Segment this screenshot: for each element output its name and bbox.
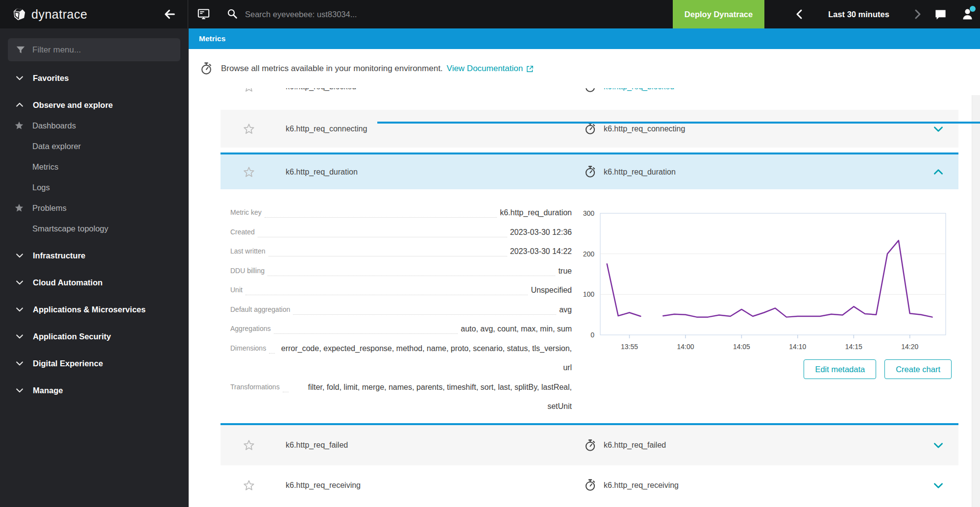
metadata-row: Transformations filter, fold, limit, mer… — [230, 378, 572, 416]
time-forward-button[interactable] — [911, 8, 923, 20]
chevron-down-icon — [15, 73, 24, 83]
filter-menu-input[interactable] — [32, 45, 170, 55]
metric-row[interactable]: k6.http_req_blocked k6.http_req_blocked — [220, 88, 958, 93]
metadata-row: Dimensions error_code, expected_response… — [230, 339, 572, 378]
sidebar-section-applications-microservices[interactable]: Applications & Microservices — [0, 299, 189, 320]
chevron-down-icon — [15, 304, 24, 314]
stopwatch-icon — [584, 122, 597, 135]
edit-metadata-button[interactable]: Edit metadata — [804, 359, 876, 379]
sidebar-section-favorites[interactable]: Favorites — [0, 68, 189, 88]
environment-button[interactable] — [197, 7, 210, 21]
star-outline-icon[interactable] — [243, 88, 255, 93]
star-outline-icon[interactable] — [243, 123, 255, 135]
search-input[interactable]: Search eyeveebee: ust83034... — [245, 0, 357, 28]
star-outline-icon[interactable] — [243, 479, 255, 492]
sidebar-section-manage[interactable]: Manage — [0, 380, 189, 401]
metadata-row: Default aggregation avg — [230, 300, 572, 320]
timeframe-selector[interactable]: Last 30 minutes — [813, 0, 904, 28]
sidebar-section-application-security[interactable]: Application Security — [0, 326, 189, 347]
svg-text:14:10: 14:10 — [789, 343, 806, 351]
chevron-down-icon — [15, 331, 24, 341]
svg-text:14:05: 14:05 — [733, 343, 750, 351]
metric-list: k6.http_req_blocked k6.http_req_blocked — [189, 88, 980, 93]
svg-text:300: 300 — [583, 209, 595, 217]
stopwatch-icon — [584, 165, 597, 178]
metric-key: k6.http_req_blocked — [286, 88, 584, 91]
metric-row-failed[interactable]: k6.http_req_failed k6.http_req_failed — [220, 425, 958, 465]
section-label: Favorites — [33, 74, 69, 83]
metadata-label: Created — [230, 223, 255, 242]
chevron-up-icon[interactable] — [932, 166, 945, 178]
topbar: dynatrace Search eyeveebee: ust83034... … — [0, 0, 980, 28]
vertical-scrollbar[interactable] — [972, 95, 980, 507]
sidebar-item-smartscape-topology[interactable]: Smartscape topology — [0, 218, 189, 239]
brand-name: dynatrace — [31, 7, 87, 22]
chevron-left-icon — [794, 8, 806, 20]
collapse-sidebar-button[interactable] — [163, 7, 176, 21]
metric-chart-svg: 010020030013:5514:0014:0514:1014:1514:20 — [581, 209, 953, 355]
metadata-row: Unit Unspecified — [230, 280, 572, 300]
sidebar-section-digital-experience[interactable]: Digital Experience — [0, 353, 189, 374]
sidebar-section-infrastructure[interactable]: Infrastructure — [0, 245, 189, 266]
svg-text:13:55: 13:55 — [621, 343, 638, 351]
time-back-button[interactable] — [794, 8, 806, 20]
metric-chart: 010020030013:5514:0014:0514:1014:1514:20 — [581, 209, 953, 355]
sidebar-section-cloud-automation[interactable]: Cloud Automation — [0, 272, 189, 293]
page-title: Metrics — [199, 34, 225, 43]
notification-dot — [970, 6, 976, 12]
sidebar-filter-box[interactable] — [8, 38, 180, 61]
chat-button[interactable] — [934, 8, 947, 21]
metric-detail-panel: Metric key k6.http_req_duration Created … — [220, 189, 958, 423]
metadata-value: true — [558, 261, 572, 281]
metric-row-receiving[interactable]: k6.http_req_receiving k6.http_req_receiv… — [220, 465, 958, 505]
metric-display-name: k6.http_req_connecting — [604, 125, 932, 133]
section-label: Manage — [33, 386, 63, 395]
sidebar: Favorites Observe and explore Dashboards… — [0, 28, 189, 507]
sidebar-item-data-explorer[interactable]: Data explorer — [0, 136, 189, 156]
sidebar-item-problems[interactable]: Problems — [0, 198, 189, 218]
sidebar-item-label: Metrics — [32, 162, 58, 172]
sidebar-item-logs[interactable]: Logs — [0, 177, 189, 198]
dotted-leader — [245, 295, 528, 295]
dynatrace-cube-icon — [12, 7, 27, 22]
dotted-leader — [269, 256, 507, 256]
dotted-leader — [265, 217, 497, 218]
stopwatch-icon — [584, 479, 597, 492]
star-outline-icon[interactable] — [243, 439, 255, 452]
user-menu-button[interactable] — [960, 7, 975, 23]
dynatrace-logo[interactable]: dynatrace — [12, 0, 87, 28]
create-chart-button[interactable]: Create chart — [884, 359, 952, 379]
metadata-label: Dimensions — [230, 339, 266, 358]
search-button[interactable] — [226, 8, 238, 20]
page-title-bar: Metrics — [189, 28, 980, 49]
funnel-icon — [15, 45, 26, 55]
app-window: dynatrace Search eyeveebee: ust83034... … — [0, 0, 980, 507]
topbar-divider — [188, 0, 188, 28]
list-top-divider — [377, 122, 980, 124]
sidebar-item-label: Smartscape topology — [32, 224, 108, 233]
chevron-down-icon[interactable] — [932, 123, 945, 135]
sidebar-section-observe-and-explore[interactable]: Observe and explore — [0, 95, 189, 115]
metadata-value: filter, fold, limit, merge, names, paren… — [292, 378, 572, 416]
star-outline-icon[interactable] — [243, 166, 255, 178]
sidebar-item-metrics[interactable]: Metrics — [0, 156, 189, 177]
deploy-dynatrace-button[interactable]: Deploy Dynatrace — [673, 0, 764, 28]
chevron-down-icon[interactable] — [932, 479, 945, 492]
stopwatch-icon — [584, 88, 597, 93]
sidebar-item-dashboards[interactable]: Dashboards — [0, 115, 189, 136]
metadata-value: auto, avg, count, max, min, sum — [461, 319, 572, 339]
view-documentation-link[interactable]: View Documentation — [447, 64, 535, 74]
section-label: Digital Experience — [33, 359, 103, 368]
metadata-label: Unit — [230, 280, 243, 300]
svg-text:14:20: 14:20 — [901, 343, 918, 351]
metadata-label: Metric key — [230, 203, 262, 223]
metric-key: k6.http_req_receiving — [286, 481, 584, 490]
sidebar-item-label: Logs — [32, 183, 50, 192]
external-link-icon — [526, 65, 534, 73]
metadata-value: 2023-03-30 12:36 — [510, 223, 572, 242]
chevron-down-icon[interactable] — [932, 439, 945, 452]
metadata-value: error_code, expected_response, method, n… — [278, 339, 572, 378]
metric-row-duration[interactable]: k6.http_req_duration k6.http_req_duratio… — [220, 154, 958, 189]
metric-key: k6.http_req_failed — [286, 441, 584, 450]
metric-row-connecting[interactable]: k6.http_req_connecting k6.http_req_conne… — [220, 110, 958, 148]
